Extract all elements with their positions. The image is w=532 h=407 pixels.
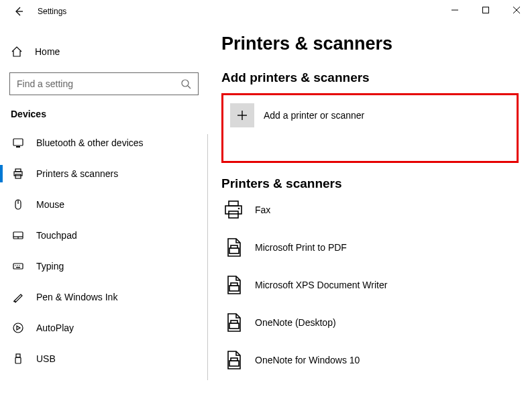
printer-item-onenote-w10[interactable]: OneNote for Windows 10 xyxy=(221,348,519,372)
svg-rect-2 xyxy=(16,146,20,148)
minimize-icon xyxy=(451,7,458,13)
nav-item-label: Touchpad xyxy=(36,230,77,241)
usb-icon xyxy=(11,353,25,365)
svg-rect-11 xyxy=(13,264,23,269)
svg-rect-5 xyxy=(15,174,21,178)
close-icon xyxy=(513,7,520,13)
nav-home[interactable]: Home xyxy=(0,40,208,63)
home-icon xyxy=(11,46,23,58)
search-icon xyxy=(180,78,191,89)
search-input[interactable] xyxy=(17,78,180,89)
svg-point-28 xyxy=(238,208,240,210)
svg-rect-33 xyxy=(229,323,239,329)
svg-rect-17 xyxy=(16,354,20,357)
svg-rect-4 xyxy=(15,169,21,172)
svg-point-14 xyxy=(19,265,19,266)
pen-icon xyxy=(11,291,25,303)
printer-label: Microsoft XPS Document Writer xyxy=(255,280,387,290)
nav-item-label: USB xyxy=(36,353,56,364)
svg-rect-20 xyxy=(483,7,489,13)
svg-rect-18 xyxy=(15,357,21,363)
main-content: Printers & scanners Add printers & scann… xyxy=(208,0,532,407)
home-label: Home xyxy=(35,46,60,57)
svg-rect-27 xyxy=(229,211,238,218)
add-section-header: Add printers & scanners xyxy=(221,70,519,85)
bluetooth-icon xyxy=(11,137,25,149)
add-printer-highlight: Add a printer or scanner xyxy=(221,93,519,163)
page-title: Printers & scanners xyxy=(221,34,519,54)
add-printer-button[interactable]: Add a printer or scanner xyxy=(230,103,510,127)
svg-rect-36 xyxy=(231,358,237,361)
add-printer-label: Add a printer or scanner xyxy=(264,110,364,121)
window-controls xyxy=(439,0,532,20)
svg-rect-31 xyxy=(229,286,239,291)
svg-point-13 xyxy=(17,265,17,266)
printer-label: OneNote (Desktop) xyxy=(255,317,336,328)
doc-printer-icon xyxy=(221,235,246,259)
svg-rect-29 xyxy=(229,248,239,253)
search-box[interactable] xyxy=(9,72,199,95)
nav-printers[interactable]: Printers & scanners xyxy=(0,158,208,189)
nav-bluetooth[interactable]: Bluetooth & other devices xyxy=(0,127,208,158)
fax-icon xyxy=(221,198,246,222)
nav-item-label: Mouse xyxy=(36,199,64,210)
svg-rect-34 xyxy=(231,321,237,323)
svg-rect-25 xyxy=(225,206,242,214)
arrow-left-icon xyxy=(13,6,24,17)
svg-point-0 xyxy=(182,80,189,86)
svg-rect-26 xyxy=(229,201,238,206)
svg-rect-15 xyxy=(16,267,20,268)
svg-point-12 xyxy=(15,265,15,266)
keyboard-icon xyxy=(11,260,25,272)
doc-printer-icon xyxy=(221,348,246,372)
app-title: Settings xyxy=(38,7,66,16)
printer-item-xps[interactable]: Microsoft XPS Document Writer xyxy=(221,273,519,297)
titlebar: Settings xyxy=(0,0,208,23)
nav-item-label: Typing xyxy=(36,261,64,272)
plus-icon xyxy=(237,110,248,121)
maximize-button[interactable] xyxy=(470,0,501,20)
printer-label: Fax xyxy=(255,205,270,215)
nav-usb[interactable]: USB xyxy=(0,343,208,374)
printer-label: Microsoft Print to PDF xyxy=(255,242,347,253)
nav-item-label: Bluetooth & other devices xyxy=(36,137,144,148)
printer-list: Fax Microsoft Print to PDF Microsoft XPS… xyxy=(221,198,519,372)
sidebar: Settings Home Devices Bluetooth & other … xyxy=(0,0,208,407)
printer-item-pdf[interactable]: Microsoft Print to PDF xyxy=(221,235,519,259)
plus-tile xyxy=(230,103,254,127)
devices-section-label: Devices xyxy=(0,95,208,127)
doc-printer-icon xyxy=(221,273,246,297)
nav-mouse[interactable]: Mouse xyxy=(0,189,208,220)
svg-point-16 xyxy=(13,323,23,333)
minimize-button[interactable] xyxy=(439,0,470,20)
nav-autoplay[interactable]: AutoPlay xyxy=(0,312,208,343)
svg-rect-30 xyxy=(231,245,237,248)
nav-touchpad[interactable]: Touchpad xyxy=(0,220,208,251)
nav-item-label: AutoPlay xyxy=(36,323,74,333)
doc-printer-icon xyxy=(221,310,246,335)
nav-typing[interactable]: Typing xyxy=(0,251,208,282)
nav-item-label: Printers & scanners xyxy=(36,168,118,179)
printer-item-onenote-desktop[interactable]: OneNote (Desktop) xyxy=(221,310,519,335)
nav-pen[interactable]: Pen & Windows Ink xyxy=(0,282,208,312)
svg-rect-1 xyxy=(13,139,23,146)
printer-icon xyxy=(11,168,25,180)
close-button[interactable] xyxy=(501,0,532,20)
svg-rect-35 xyxy=(229,361,239,366)
nav-list: Bluetooth & other devices Printers & sca… xyxy=(0,127,208,374)
maximize-icon xyxy=(482,7,489,13)
printer-label: OneNote for Windows 10 xyxy=(255,355,360,365)
printers-section-header: Printers & scanners xyxy=(221,176,519,191)
mouse-icon xyxy=(11,198,25,211)
nav-item-label: Pen & Windows Ink xyxy=(36,292,117,302)
autoplay-icon xyxy=(11,322,25,334)
back-button[interactable] xyxy=(12,5,25,18)
touchpad-icon xyxy=(11,229,25,241)
svg-rect-32 xyxy=(231,283,237,286)
printer-item-fax[interactable]: Fax xyxy=(221,198,519,222)
